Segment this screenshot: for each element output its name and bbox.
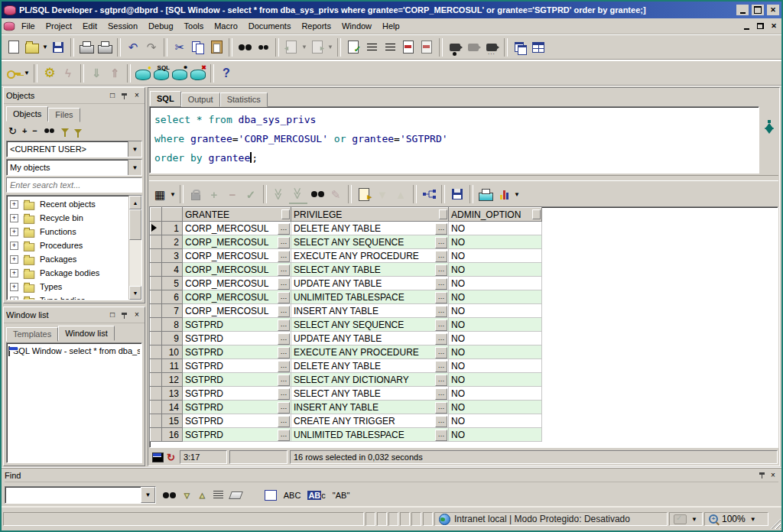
expand-icon[interactable]: + [22, 126, 27, 135]
admin-option-cell[interactable]: NO [449, 263, 542, 277]
grantee-cell[interactable]: SGTPRD… [183, 387, 291, 401]
expand-icon[interactable]: + [10, 255, 18, 264]
configure-icon[interactable]: ⚙ [41, 64, 59, 83]
admin-option-cell[interactable]: NO [449, 359, 542, 373]
save-results-icon[interactable] [448, 185, 466, 203]
grantee-cell[interactable]: SGTPRD… [183, 318, 291, 332]
admin-option-cell[interactable]: NO [449, 332, 542, 345]
macro-run-icon[interactable]: ... [482, 38, 501, 57]
bookmark-set-icon[interactable] [399, 38, 417, 57]
grantee-cell[interactable]: CORP_MERCOSUL… [183, 249, 291, 263]
privilege-cell[interactable]: DELETE ANY TABLE… [291, 359, 449, 373]
row-number[interactable]: 13 [162, 387, 183, 401]
ellipsis-button[interactable]: … [435, 292, 447, 303]
chevron-down-icon[interactable]: ▼ [690, 516, 698, 523]
sql-editor[interactable]: select * from dba_sys_privswhere grantee… [149, 106, 759, 174]
row-number[interactable]: 11 [162, 359, 183, 373]
table-row[interactable]: 5 CORP_MERCOSUL… UPDATE ANY TABLE… NO [151, 277, 542, 290]
grantee-cell[interactable]: SGTPRD… [183, 373, 291, 387]
filter-icon[interactable] [61, 128, 69, 133]
row-number[interactable]: 8 [162, 318, 183, 332]
privilege-cell[interactable]: SELECT ANY SEQUENCE… [291, 235, 449, 249]
table-row[interactable]: 6 CORP_MERCOSUL… UNLIMITED TABLESPACE… N… [151, 290, 542, 304]
zoom-panel[interactable]: + 100% ▼ [704, 512, 768, 526]
privilege-cell[interactable]: DELETE ANY TABLE… [291, 222, 449, 235]
search-input[interactable] [7, 178, 141, 192]
paste-icon[interactable] [207, 38, 226, 57]
scrollbar-thumb[interactable] [129, 209, 141, 240]
scroll-down-icon[interactable]: ▼ [129, 286, 141, 300]
ellipsis-button[interactable]: … [278, 251, 290, 262]
ellipsis-button[interactable]: … [435, 278, 447, 290]
indent-icon[interactable] [362, 38, 381, 57]
find-object-icon[interactable] [44, 128, 54, 134]
privilege-cell[interactable]: UPDATE ANY TABLE… [291, 332, 449, 345]
copy-icon[interactable] [189, 38, 207, 57]
tree-item[interactable]: +Packages [10, 252, 128, 266]
chart-icon[interactable] [495, 185, 513, 203]
privilege-cell[interactable]: UNLIMITED TABLESPACE… [291, 428, 449, 442]
privilege-cell[interactable]: SELECT ANY SEQUENCE… [291, 318, 449, 332]
row-number[interactable]: 1 [162, 222, 183, 235]
ellipsis-button[interactable]: … [435, 264, 447, 276]
undo-icon[interactable]: ↶ [124, 38, 142, 57]
expand-icon[interactable]: + [10, 228, 18, 236]
ellipsis-button[interactable]: … [278, 292, 290, 303]
row-number[interactable]: 2 [162, 235, 183, 249]
grantee-cell[interactable]: CORP_MERCOSUL… [183, 263, 291, 277]
admin-option-cell[interactable]: NO [449, 387, 542, 401]
corner-header[interactable] [151, 208, 162, 222]
ellipsis-button[interactable]: … [278, 430, 290, 441]
resize-grip[interactable] [770, 518, 781, 529]
grantee-cell[interactable]: CORP_MERCOSUL… [183, 235, 291, 249]
admin-option-cell[interactable]: NO [449, 318, 542, 332]
privilege-cell[interactable]: SELECT ANY TABLE… [291, 387, 449, 401]
menu-debug[interactable]: Debug [144, 20, 177, 32]
privilege-cell[interactable]: EXECUTE ANY PROCEDURE… [291, 345, 449, 359]
ellipsis-button[interactable]: … [435, 237, 447, 248]
ellipsis-button[interactable]: … [278, 278, 290, 290]
macro-record-icon[interactable] [446, 38, 464, 57]
close-icon[interactable]: × [132, 91, 142, 100]
open-icon[interactable] [23, 38, 41, 57]
ellipsis-button[interactable]: … [278, 402, 290, 414]
table-row[interactable]: 11 SGTPRD… DELETE ANY TABLE… NO [151, 359, 542, 373]
chevron-down-icon[interactable]: ▼ [128, 141, 141, 157]
exact-phrase-icon[interactable]: "AB" [333, 491, 349, 500]
cascade-windows-icon[interactable] [511, 38, 529, 57]
admin-option-cell[interactable]: NO [449, 277, 542, 290]
tab-sql[interactable]: SQL [150, 91, 181, 106]
ellipsis-button[interactable]: … [435, 361, 447, 372]
close-icon[interactable]: × [132, 310, 142, 320]
table-row[interactable]: 15 SGTPRD… CREATE ANY TRIGGER… NO [151, 414, 542, 428]
expand-icon[interactable]: + [10, 297, 18, 300]
privilege-cell[interactable]: CREATE ANY TRIGGER… [291, 414, 449, 428]
grid-options-dropdown-icon[interactable]: ▼ [169, 191, 177, 198]
header-button[interactable] [281, 209, 290, 219]
tab-objects[interactable]: Objects [6, 106, 48, 122]
privilege-cell[interactable]: UNLIMITED TABLESPACE… [291, 290, 449, 304]
column-header-admin-option[interactable]: ADMIN_OPTION [449, 208, 542, 222]
table-row[interactable]: 13 SGTPRD… SELECT ANY TABLE… NO [151, 387, 542, 401]
column-header-grantee[interactable]: GRANTEE [183, 208, 291, 222]
menu-session[interactable]: Session [103, 20, 142, 32]
chevron-down-icon[interactable]: ▼ [141, 487, 155, 503]
column-header-privilege[interactable]: PRIVILEGE [291, 208, 449, 222]
ellipsis-button[interactable]: … [435, 333, 447, 345]
tab-output[interactable]: Output [181, 92, 220, 107]
ellipsis-button[interactable]: … [435, 416, 447, 427]
ellipsis-button[interactable]: … [435, 388, 447, 400]
row-number[interactable]: 5 [162, 277, 183, 290]
menu-project[interactable]: Project [41, 20, 76, 32]
ellipsis-button[interactable]: … [435, 251, 447, 262]
filter-folder-icon[interactable] [74, 126, 82, 135]
admin-option-cell[interactable]: NO [449, 290, 542, 304]
tile-windows-icon[interactable] [529, 38, 547, 57]
ellipsis-button[interactable]: … [278, 375, 290, 386]
row-number[interactable]: 15 [162, 414, 183, 428]
float-icon[interactable]: □ [107, 91, 118, 100]
ellipsis-button[interactable]: … [278, 416, 290, 427]
privilege-cell[interactable]: SELECT ANY TABLE… [291, 263, 449, 277]
ellipsis-button[interactable]: … [278, 223, 290, 235]
tab-statistics[interactable]: Statistics [220, 92, 268, 107]
